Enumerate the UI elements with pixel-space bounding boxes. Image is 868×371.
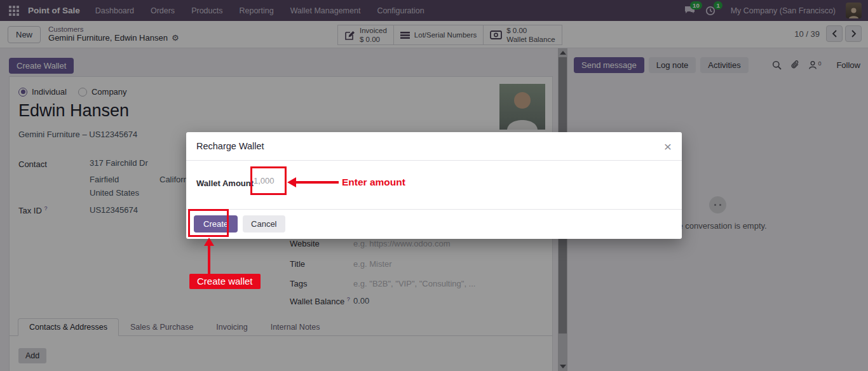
dialog-title: Recharge Wallet (196, 141, 264, 151)
annotation-rect-amount (250, 166, 287, 195)
annotation-enter-amount-text: Enter amount (342, 177, 405, 188)
annotation-arrowhead-left (287, 177, 296, 187)
annotation-create-wallet-badge: Create wallet (189, 274, 261, 289)
cancel-button[interactable]: Cancel (243, 215, 285, 233)
dialog-header: Recharge Wallet × (186, 132, 682, 161)
annotation-arrow-line-horizontal (295, 181, 339, 184)
close-icon[interactable]: × (664, 140, 672, 153)
annotation-rect-create (188, 209, 229, 237)
wallet-amount-label: Wallet Amount (196, 179, 254, 188)
annotation-arrow-line-vertical (208, 245, 210, 274)
dialog-footer: Create Cancel (186, 210, 682, 238)
